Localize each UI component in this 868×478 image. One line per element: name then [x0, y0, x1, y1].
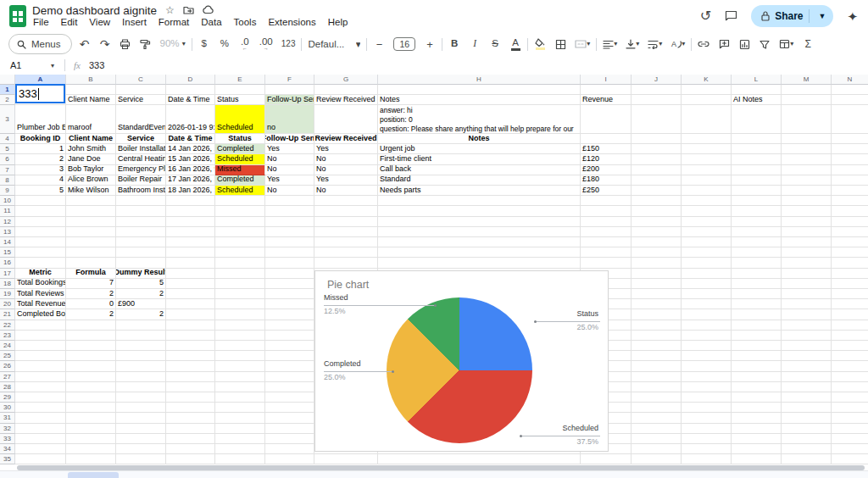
- cell-M23[interactable]: [782, 331, 832, 341]
- cell-N31[interactable]: [832, 413, 868, 423]
- cell-M21[interactable]: [782, 309, 832, 320]
- cell-D19[interactable]: [166, 289, 215, 299]
- cell-J21[interactable]: [632, 309, 682, 320]
- cell-N1[interactable]: [832, 85, 868, 95]
- cell-D18[interactable]: [166, 279, 215, 289]
- cell-F28[interactable]: [265, 382, 314, 392]
- row-header-9[interactable]: 9: [0, 186, 15, 196]
- cell-J11[interactable]: [632, 206, 682, 216]
- cell-E13[interactable]: [215, 227, 265, 237]
- cell-L17[interactable]: [732, 269, 782, 279]
- cell-E24[interactable]: [215, 341, 265, 351]
- cell-A17[interactable]: Metric: [15, 269, 66, 279]
- cell-N27[interactable]: [832, 372, 868, 382]
- cell-N23[interactable]: [832, 331, 868, 341]
- formula-input[interactable]: 333: [89, 60, 104, 70]
- cell-A33[interactable]: [15, 434, 66, 444]
- cell-L13[interactable]: [732, 227, 782, 237]
- cell-A10[interactable]: [15, 196, 66, 206]
- borders-button[interactable]: [554, 39, 566, 50]
- cell-M19[interactable]: [782, 289, 832, 299]
- cell-F1[interactable]: [265, 85, 314, 95]
- cell-K9[interactable]: [682, 186, 732, 196]
- cell-E33[interactable]: [215, 434, 265, 444]
- cell-D30[interactable]: [166, 403, 215, 413]
- cell-F12[interactable]: [265, 217, 314, 227]
- cell-C31[interactable]: [116, 413, 166, 423]
- row-header-13[interactable]: 13: [0, 227, 15, 237]
- row-header-27[interactable]: 27: [0, 372, 15, 382]
- column-header-D[interactable]: D: [166, 75, 215, 85]
- cell-D24[interactable]: [166, 341, 215, 351]
- cell-D20[interactable]: [166, 299, 215, 309]
- cell-C15[interactable]: [116, 247, 166, 258]
- cell-K12[interactable]: [682, 217, 732, 227]
- column-header-F[interactable]: F: [265, 75, 314, 85]
- cell-N34[interactable]: [832, 444, 868, 454]
- cell-C12[interactable]: [116, 217, 166, 227]
- cell-G35[interactable]: [314, 454, 378, 464]
- cell-C11[interactable]: [116, 206, 166, 216]
- cell-D9[interactable]: 18 Jan 2026, 13:: [166, 186, 215, 196]
- cell-E31[interactable]: [215, 413, 265, 423]
- cell-G2[interactable]: Review Received: [314, 95, 378, 105]
- cell-E7[interactable]: Missed: [215, 165, 265, 175]
- cell-B17[interactable]: Formula: [66, 269, 116, 279]
- cell-B13[interactable]: [66, 227, 116, 237]
- cell-C27[interactable]: [116, 372, 166, 382]
- active-sheet-tab[interactable]: [68, 472, 119, 478]
- row-header-25[interactable]: 25: [0, 351, 15, 361]
- cell-B10[interactable]: [66, 196, 116, 206]
- cell-C23[interactable]: [116, 331, 166, 341]
- cell-J1[interactable]: [632, 85, 682, 95]
- cell-D16[interactable]: [166, 258, 215, 268]
- cell-J6[interactable]: [632, 154, 682, 164]
- cell-K2[interactable]: [682, 95, 732, 105]
- cell-A31[interactable]: [15, 413, 66, 423]
- row-header-32[interactable]: 32: [0, 424, 15, 434]
- cell-M2[interactable]: [782, 95, 832, 105]
- cell-H7[interactable]: Call back: [378, 165, 581, 175]
- cell-E14[interactable]: [215, 237, 265, 247]
- cell-F14[interactable]: [265, 237, 314, 247]
- cell-K33[interactable]: [682, 434, 732, 444]
- cell-C8[interactable]: Boiler Repair: [116, 175, 166, 186]
- cell-B11[interactable]: [66, 206, 116, 216]
- cell-F9[interactable]: No: [265, 186, 314, 196]
- cell-D6[interactable]: 15 Jan 2026, 11:: [166, 154, 215, 164]
- cell-A34[interactable]: [15, 444, 66, 454]
- cell-E6[interactable]: Scheduled: [215, 154, 265, 164]
- cell-L22[interactable]: [732, 320, 782, 331]
- column-header-I[interactable]: I: [581, 75, 632, 85]
- cell-E27[interactable]: [215, 372, 265, 382]
- cell-A13[interactable]: [15, 227, 66, 237]
- row-header-31[interactable]: 31: [0, 413, 15, 423]
- cell-D33[interactable]: [166, 434, 215, 444]
- cell-C28[interactable]: [116, 382, 166, 392]
- cell-G15[interactable]: [314, 247, 378, 258]
- cell-M32[interactable]: [782, 424, 832, 434]
- row-header-22[interactable]: 22: [0, 320, 15, 331]
- cell-A26[interactable]: [15, 361, 66, 371]
- cell-J16[interactable]: [632, 258, 682, 268]
- cell-J19[interactable]: [632, 289, 682, 299]
- cell-H3[interactable]: answer: hi position: 0 question: Please …: [378, 105, 581, 134]
- cell-N29[interactable]: [832, 392, 868, 403]
- cell-N32[interactable]: [832, 424, 868, 434]
- cell-E23[interactable]: [215, 331, 265, 341]
- cell-F18[interactable]: [265, 279, 314, 289]
- cell-A14[interactable]: [15, 237, 66, 247]
- cell-H9[interactable]: Needs parts: [378, 186, 581, 196]
- cell-M18[interactable]: [782, 279, 832, 289]
- row-header-24[interactable]: 24: [0, 341, 15, 351]
- cell-H12[interactable]: [378, 217, 581, 227]
- name-box[interactable]: A1 ▾: [0, 60, 59, 70]
- cell-C3[interactable]: StandardEventTy: [116, 105, 166, 134]
- cell-L3[interactable]: [732, 105, 782, 134]
- cell-C4[interactable]: Service: [116, 134, 166, 144]
- name-box-caret-icon[interactable]: ▾: [51, 62, 54, 69]
- cell-A30[interactable]: [15, 403, 66, 413]
- cell-K6[interactable]: [682, 154, 732, 164]
- row-header-23[interactable]: 23: [0, 331, 15, 341]
- cell-M6[interactable]: [782, 154, 832, 164]
